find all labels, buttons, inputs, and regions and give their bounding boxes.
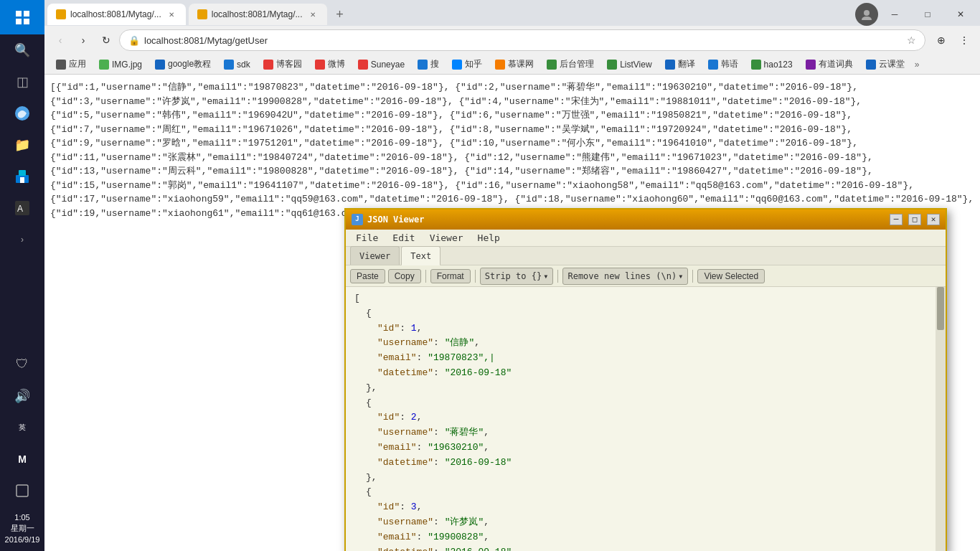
minimize-button[interactable]: ─ [878, 4, 911, 25]
bookmark-korean[interactable]: 韩语 [702, 57, 744, 72]
refresh-button[interactable]: ↻ [96, 30, 116, 50]
bookmark-apps[interactable]: 应用 [50, 57, 92, 72]
jv-minimize-button[interactable]: ─ [890, 214, 903, 225]
jv-maximize-button[interactable]: □ [908, 214, 921, 225]
menu-edit[interactable]: Edit [385, 230, 422, 247]
menu-help[interactable]: Help [471, 230, 507, 247]
edge-icon[interactable] [0, 98, 44, 129]
raw-json-text: [{"id":1,"username":"信静","email1":"19870… [50, 80, 974, 220]
bookmark-bokeyuan[interactable]: 博客园 [258, 57, 308, 72]
menu-button[interactable]: ⋮ [954, 30, 974, 50]
suneyae-favicon [358, 60, 368, 70]
start-button[interactable] [0, 0, 44, 34]
strip-to-label: Strip to {} [485, 270, 542, 283]
back-button[interactable]: ‹ [50, 30, 70, 50]
task-view-button[interactable]: ◫ [0, 66, 44, 98]
tab-1-close[interactable]: ✕ [166, 9, 177, 20]
toolbar-separator-3 [557, 270, 558, 283]
forward-button[interactable]: › [73, 30, 93, 50]
bookmark-mukewang[interactable]: 慕课网 [489, 57, 540, 72]
shield-icon[interactable]: 🛡 [0, 349, 44, 380]
security-icon: 🔒 [128, 35, 140, 46]
input-indicator-label: M [18, 453, 27, 465]
json-viewer-titlebar[interactable]: J JSON Viewer ─ □ ✕ [346, 209, 946, 230]
keyboard-icon[interactable]: 英 [0, 412, 44, 443]
extensions-button[interactable]: ⊕ [931, 30, 951, 50]
new-tab-button[interactable]: + [330, 4, 350, 24]
remove-newlines-dropdown[interactable]: Remove new lines (\n) ▾ [562, 268, 688, 285]
json-record-3-username: "username": "许梦岚", [354, 515, 937, 530]
json-record-1: { [354, 306, 937, 321]
scrollbar-thumb[interactable] [937, 287, 944, 330]
bookmark-imgjpg[interactable]: IMG.jpg [93, 58, 148, 71]
menu-viewer[interactable]: Viewer [423, 230, 471, 247]
menu-file[interactable]: File [349, 230, 385, 247]
date-label: 2016/9/19 [5, 534, 40, 545]
json-record-2-username: "username": "蒋碧华", [354, 425, 937, 441]
address-bar[interactable]: 🔒 localhost:8081/Mytag/getUser ☆ [119, 29, 925, 51]
sdk-favicon [224, 60, 234, 70]
bookmark-google[interactable]: google教程 [149, 57, 217, 72]
bookmark-search-label: 搜 [430, 58, 439, 70]
bookmark-search[interactable]: 搜 [412, 57, 445, 72]
view-selected-button[interactable]: View Selected [697, 269, 765, 283]
strip-to-dropdown[interactable]: Strip to {} ▾ [480, 268, 554, 285]
toolbar-separator-2 [475, 270, 476, 283]
json-record-3-datetime: "datetime": "2016-09-18" [354, 545, 937, 551]
zhihu-favicon [452, 60, 462, 70]
bookmarks-more-button[interactable]: » [912, 58, 923, 71]
json-record-1-id: "id": 1, [354, 321, 937, 336]
volume-icon[interactable]: 🔊 [0, 380, 44, 412]
svg-rect-3 [20, 177, 24, 183]
bookmark-weibo[interactable]: 微博 [309, 57, 351, 72]
tab-2-close[interactable]: ✕ [307, 9, 319, 20]
json-viewer-content[interactable]: [ { "id": 1, "username": "信静", "email": … [346, 287, 946, 551]
json-viewer-toolbar: Paste Copy Format Strip to {} ▾ Remove n… [346, 265, 946, 287]
bookmark-listview-label: ListView [620, 60, 651, 70]
google-favicon [155, 60, 165, 70]
paste-button[interactable]: Paste [350, 269, 385, 283]
bookmark-admin[interactable]: 后台管理 [541, 57, 600, 72]
bookmark-translate[interactable]: 翻译 [659, 57, 701, 72]
bookmark-yunketang[interactable]: 云课堂 [860, 57, 910, 72]
tab-2[interactable]: localhost:8081/Mytag/... ✕ [189, 4, 327, 25]
yunketang-favicon [866, 60, 876, 70]
svg-rect-6 [17, 485, 28, 496]
file-explorer-icon[interactable]: 📁 [0, 129, 44, 161]
toolbar-separator-1 [425, 270, 426, 283]
bookmark-listview[interactable]: ListView [601, 58, 657, 71]
maximize-button[interactable]: □ [911, 4, 944, 25]
tab-1[interactable]: localhost:8081/Mytag/... ✕ [47, 4, 186, 25]
translate-favicon [665, 60, 675, 70]
search-button[interactable]: 🔍 [0, 34, 44, 66]
copy-button[interactable]: Copy [388, 269, 421, 283]
json-viewer-tabs: Viewer Text [346, 247, 946, 265]
weibo-favicon [315, 60, 325, 70]
bookmark-korean-label: 韩语 [721, 58, 738, 70]
bookmark-sdk-label: sdk [237, 60, 250, 70]
tab-text[interactable]: Text [401, 246, 440, 265]
remove-newlines-label: Remove new lines (\n) [567, 270, 677, 283]
bookmark-sdk[interactable]: sdk [218, 58, 256, 71]
bookmark-suneyae[interactable]: Suneyae [352, 58, 410, 71]
format-button[interactable]: Format [430, 269, 471, 283]
notifications-icon[interactable] [0, 475, 44, 507]
bookmark-imgjpg-label: IMG.jpg [112, 60, 142, 70]
weekday-label: 星期一 [5, 523, 40, 534]
profile-avatar [855, 3, 878, 26]
bookmark-zhihu[interactable]: 知乎 [446, 57, 488, 72]
windows-sidebar: 🔍 ◫ 📁 A › 🛡 🔊 英 M 1:05 星期一 20 [0, 0, 44, 551]
app1-icon[interactable]: A [0, 192, 44, 224]
jv-close-button[interactable]: ✕ [927, 214, 940, 225]
input-indicator[interactable]: M [0, 443, 44, 475]
store-icon[interactable] [0, 161, 44, 192]
bookmark-star-icon[interactable]: ☆ [907, 34, 916, 46]
close-button[interactable]: ✕ [944, 4, 977, 25]
bookmark-youdao[interactable]: 有道词典 [800, 57, 859, 72]
chevron-right-icon[interactable]: › [0, 224, 44, 255]
bookmark-hao123[interactable]: hao123 [745, 58, 798, 71]
scrollbar-track[interactable] [936, 287, 946, 551]
tab-viewer[interactable]: Viewer [350, 246, 400, 265]
bookmark-translate-label: 翻译 [678, 58, 695, 70]
json-record-2-close: }, [354, 471, 937, 486]
